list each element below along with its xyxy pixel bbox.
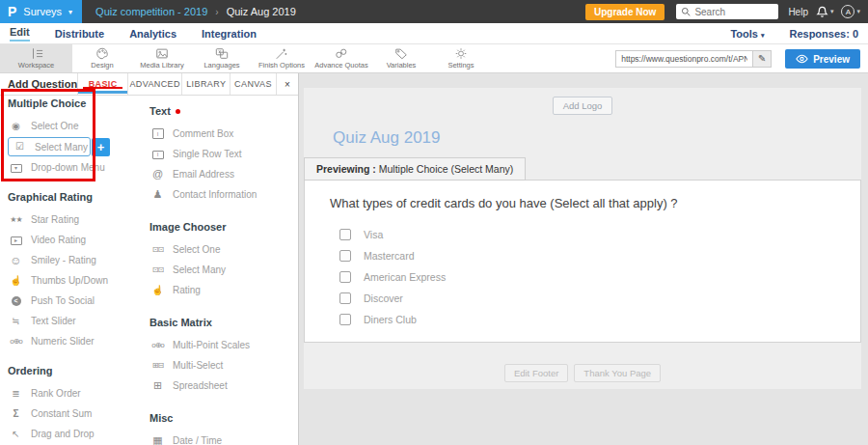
preview-button[interactable]: Preview <box>785 49 860 69</box>
breadcrumb-folder[interactable]: Quiz competition - 2019 <box>95 6 207 17</box>
responses-count[interactable]: Responses: 0 <box>789 28 858 40</box>
qt-drag-and-drop[interactable]: ↖ Drag and Drop <box>8 424 149 444</box>
tool-settings[interactable]: Settings <box>431 44 491 72</box>
add-select-many-button[interactable]: + <box>92 138 110 156</box>
chevron-down-icon: ▾ <box>68 8 72 16</box>
option-mastercard[interactable]: Mastercard <box>339 245 835 266</box>
option-visa[interactable]: Visa <box>339 224 835 245</box>
menu-integration[interactable]: Integration <box>202 28 257 40</box>
account-menu[interactable]: A ▾ <box>841 5 860 18</box>
translate-icon <box>215 47 229 60</box>
checkbox[interactable] <box>339 314 351 325</box>
qt-select-many[interactable]: ☑ Select Many + <box>8 137 91 156</box>
menu-edit[interactable]: Edit <box>10 26 30 42</box>
notifications-menu[interactable]: ▾ <box>816 6 834 18</box>
qt-multi-select[interactable]: ⊞⊟ Multi-Select <box>149 355 298 375</box>
slider-icon: ≒ <box>8 317 24 326</box>
qt-single-row-text[interactable]: I Single Row Text <box>149 144 298 164</box>
tab-basic[interactable]: BASIC <box>77 73 126 95</box>
rank-list-icon: ≣ <box>8 389 24 399</box>
search-input[interactable] <box>694 7 772 17</box>
qt-smiley-rating[interactable]: ☺ Smiley - Rating <box>8 250 149 270</box>
qt-video-rating[interactable]: ▸ Video Rating <box>8 230 149 250</box>
checkbox[interactable] <box>339 271 351 283</box>
person-icon: ♟ <box>149 189 166 200</box>
edit-url-button[interactable]: ✎ <box>752 50 772 68</box>
chevron-down-icon: ▾ <box>830 8 834 15</box>
tool-languages[interactable]: Languages <box>192 44 252 72</box>
qt-spreadsheet[interactable]: ⊞ Spreadsheet <box>149 375 298 396</box>
qt-image-select-many[interactable]: ⊡⊡ Select Many <box>149 260 298 280</box>
option-discover[interactable]: Discover <box>339 288 835 309</box>
tab-library[interactable]: LIBRARY <box>181 73 230 95</box>
question-preview-card: What types of credit cards do you have (… <box>304 180 861 343</box>
grid-icon: ⊞ <box>149 380 166 391</box>
qt-dropdown-menu[interactable]: ▾ Drop-down Menu <box>8 157 149 178</box>
close-icon: × <box>285 79 290 90</box>
qt-email-address[interactable]: @ Email Address <box>149 164 298 184</box>
qt-date-time[interactable]: ▦ Date / Time <box>149 431 298 445</box>
add-logo-button[interactable]: Add Logo <box>553 97 613 115</box>
tool-workspace[interactable]: Workspace <box>0 44 72 72</box>
tool-design[interactable]: Design <box>72 44 132 72</box>
breadcrumb-survey-name: Quiz Aug 2019 <box>227 6 296 17</box>
qt-contact-information[interactable]: ♟ Contact Information <box>149 184 298 205</box>
checkbox[interactable] <box>339 229 351 240</box>
questionpro-logo: P <box>8 5 16 18</box>
qt-image-rating[interactable]: ☝ Rating <box>149 280 298 300</box>
panel-tabs: Add Question BASIC ADVANCED LIBRARY CANV… <box>0 73 298 96</box>
tool-media-library[interactable]: Media Library <box>132 44 192 72</box>
tab-advanced[interactable]: ADVANCED <box>127 73 182 95</box>
checkbox-icon: ☑ <box>12 142 28 152</box>
qt-star-rating[interactable]: ★★ Star Rating <box>8 209 149 230</box>
qt-thumbs-up-down[interactable]: ☝ Thumbs Up/Down <box>8 270 149 291</box>
menu-analytics[interactable]: Analytics <box>129 28 176 40</box>
tool-finish-options[interactable]: Finish Options <box>252 44 312 72</box>
main-menu-bar: Edit Distribute Analytics Integration To… <box>0 23 868 44</box>
annotation-underline <box>83 87 122 89</box>
tab-canvas[interactable]: CANVAS <box>230 73 276 95</box>
section-image-chooser: Image Chooser ⊡⊡ Select One ⊡⊡ Select Ma… <box>149 221 298 300</box>
edit-footer-button[interactable]: Edit Footer <box>504 364 568 382</box>
option-american-express[interactable]: American Express <box>339 266 835 288</box>
chevron-down-icon: ▾ <box>761 32 765 39</box>
gear-icon <box>454 47 468 60</box>
video-icon: ▸ <box>8 235 24 245</box>
qt-image-select-one[interactable]: ⊡⊡ Select One <box>149 239 298 260</box>
qt-text-slider[interactable]: ≒ Text Slider <box>8 311 149 331</box>
upgrade-now-button[interactable]: Upgrade Now <box>585 4 665 20</box>
survey-canvas: Add Logo Quiz Aug 2019 Previewing : Mult… <box>304 88 861 389</box>
option-diners-club[interactable]: Diners Club <box>339 309 835 330</box>
top-bar: P Surveys ▾ Quiz competition - 2019 › Qu… <box>0 0 868 23</box>
survey-url-input[interactable] <box>615 50 752 68</box>
tools-dropdown[interactable]: Tools ▾ <box>730 28 764 40</box>
qt-constant-sum[interactable]: Σ Constant Sum <box>8 403 149 424</box>
thank-you-page-button[interactable]: Thank You Page <box>574 364 661 382</box>
eye-icon <box>796 54 808 64</box>
multi-select-icon: ⊞⊟ <box>149 362 166 370</box>
tool-variables[interactable]: Variables <box>371 44 431 72</box>
checkbox[interactable] <box>339 292 351 304</box>
qt-rank-order[interactable]: ≣ Rank Order <box>8 383 149 403</box>
qt-numeric-slider[interactable]: o⊕o Numeric Slider <box>8 331 149 351</box>
close-panel-button[interactable]: × <box>276 73 298 95</box>
thumb-icon: ☝ <box>149 286 166 295</box>
checkbox[interactable] <box>339 250 351 262</box>
tool-advance-quotas[interactable]: Advance Quotas <box>312 44 371 72</box>
add-question-label: Add Question <box>0 73 77 95</box>
help-link[interactable]: Help <box>788 7 808 17</box>
question-types-panel: Add Question BASIC ADVANCED LIBRARY CANV… <box>0 73 299 445</box>
qt-comment-box[interactable]: I Comment Box <box>149 124 298 144</box>
qt-select-one[interactable]: ◉ Select One <box>8 116 149 136</box>
qt-push-to-social[interactable]: < Push To Social <box>8 291 149 311</box>
product-switcher[interactable]: P Surveys ▾ <box>0 0 82 23</box>
survey-title[interactable]: Quiz Aug 2019 <box>333 128 861 148</box>
search-box[interactable] <box>676 4 778 19</box>
dropdown-icon: ▾ <box>8 162 24 173</box>
images-icon: ⊡⊡ <box>149 266 166 274</box>
qt-multi-point-scales[interactable]: o⊕o Multi-Point Scales <box>149 335 298 355</box>
breadcrumb: Quiz competition - 2019 › Quiz Aug 2019 <box>82 6 296 17</box>
numeric-slider-icon: o⊕o <box>8 338 24 346</box>
menu-distribute[interactable]: Distribute <box>55 28 104 40</box>
chevron-down-icon: ▾ <box>856 8 860 15</box>
